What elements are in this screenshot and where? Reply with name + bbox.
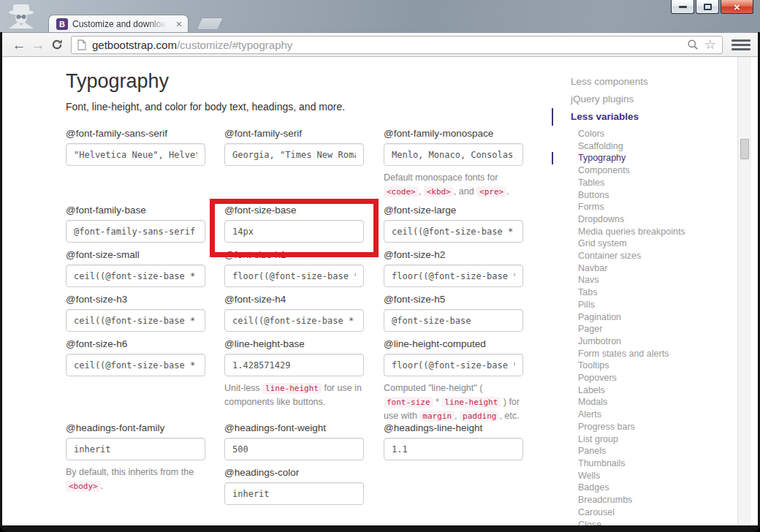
font-family-serif-input[interactable] xyxy=(224,143,364,166)
field-headings-line-height: @headings-line-height xyxy=(384,422,523,460)
sidenav-item-link[interactable]: Colors xyxy=(552,128,736,140)
headings-font-family-input[interactable] xyxy=(66,438,205,460)
back-button[interactable]: ← xyxy=(10,38,28,52)
sidenav-item-link[interactable]: Thumbnails xyxy=(552,457,736,470)
headings-color-input[interactable] xyxy=(224,482,364,505)
field-font-family-base: @font-family-base xyxy=(66,205,205,243)
line-height-computed-input[interactable] xyxy=(384,354,523,376)
browser-window: B Customize and downloa × × ← → xyxy=(0,0,760,532)
close-window-button[interactable]: × xyxy=(721,0,753,14)
sidenav-item-link[interactable]: Pager xyxy=(552,323,736,335)
field-headings-color: @headings-color xyxy=(224,467,364,505)
maximize-button[interactable] xyxy=(696,0,719,14)
field-label: @font-size-h6 xyxy=(66,338,205,349)
sidenav-item-link[interactable]: Scaffolding xyxy=(552,140,736,153)
help-text: Default monospace fonts for <code>, <kbd… xyxy=(384,171,523,199)
font-size-small-input[interactable] xyxy=(66,265,205,287)
titlebar[interactable]: B Customize and downloa × × xyxy=(0,0,760,32)
browser-tab[interactable]: B Customize and downloa × xyxy=(48,15,189,32)
sidenav-item-link[interactable]: Badges xyxy=(552,482,736,494)
field-label: @headings-font-weight xyxy=(224,422,364,433)
sidenav-item-link[interactable]: Panels xyxy=(552,445,736,457)
sidenav: Less components jQuery plugins Less vari… xyxy=(552,73,736,525)
address-bar[interactable]: getbootstrap.com/customize/#typography ☆ xyxy=(71,36,723,54)
sidenav-item-link[interactable]: Buttons xyxy=(552,189,736,202)
field-font-size-base: @font-size-base xyxy=(224,205,364,243)
field-font-size-h5: @font-size-h5 xyxy=(384,294,523,332)
url-path: /customize/#typography xyxy=(177,39,292,51)
font-size-h5-input[interactable] xyxy=(384,309,523,332)
sidenav-item-link[interactable]: Tabs xyxy=(552,286,736,299)
sidenav-item-link[interactable]: Dropdowns xyxy=(552,213,736,226)
sidenav-section-link[interactable]: Less components xyxy=(552,73,736,91)
tab-close-icon[interactable]: × xyxy=(176,19,182,29)
sidenav-item-link[interactable]: Pagination xyxy=(552,311,736,324)
field-label: @font-size-h4 xyxy=(224,294,364,305)
help-text: By default, this inherits from the <body… xyxy=(66,466,205,493)
sidenav-item-link[interactable]: Pills xyxy=(552,299,736,311)
font-size-base-input[interactable] xyxy=(224,220,364,243)
minimize-button[interactable] xyxy=(671,0,694,14)
sidenav-section-link[interactable]: Less variables xyxy=(552,108,736,126)
font-size-h6-input[interactable] xyxy=(66,354,205,376)
field-label: @font-size-h3 xyxy=(66,294,205,305)
menu-icon[interactable] xyxy=(732,37,750,52)
sidenav-item-link[interactable]: Components xyxy=(552,164,736,177)
sidenav-item-link[interactable]: Tooltips xyxy=(552,360,736,372)
font-size-h2-input[interactable] xyxy=(384,265,523,287)
sidenav-item-link[interactable]: Jumbotron xyxy=(552,335,736,348)
sidenav-item-link[interactable]: Breadcrumbs xyxy=(552,494,736,506)
field-font-family-serif: @font-family-serif xyxy=(224,128,364,166)
headings-font-weight-input[interactable] xyxy=(224,438,364,460)
headings-line-height-input[interactable] xyxy=(384,438,523,460)
help-text: Unit-less line-height for use in compone… xyxy=(224,381,364,409)
font-family-monospace-input[interactable] xyxy=(384,143,523,166)
sidenav-item-link[interactable]: Form states and alerts xyxy=(552,348,736,360)
font-family-sans-serif-input[interactable] xyxy=(66,143,205,166)
bookmark-star-icon[interactable]: ☆ xyxy=(704,38,716,51)
field-font-size-large: @font-size-large xyxy=(384,205,523,243)
font-size-large-input[interactable] xyxy=(384,220,523,243)
page-lead: Font, line-height, and color for body te… xyxy=(66,101,345,113)
window-controls: × xyxy=(669,0,753,14)
field-label: @line-height-base xyxy=(224,338,364,349)
scrollbar-thumb[interactable] xyxy=(740,139,749,159)
sidenav-item-link[interactable]: Media queries breakpoints xyxy=(552,226,736,238)
field-label: @font-family-monospace xyxy=(384,128,523,139)
forward-button[interactable]: → xyxy=(28,38,48,52)
sidenav-item-link[interactable]: Alerts xyxy=(552,408,736,421)
search-icon[interactable] xyxy=(687,39,699,50)
sidenav-item-link[interactable]: Tables xyxy=(552,177,736,189)
sidenav-item-link[interactable]: Labels xyxy=(552,384,736,397)
line-height-base-input[interactable] xyxy=(224,354,364,376)
scrollbar[interactable] xyxy=(737,57,751,525)
font-size-h1-input[interactable] xyxy=(224,265,364,287)
field-line-height-computed: @line-height-computed Computed "line-hei… xyxy=(384,338,523,422)
sidenav-item-link[interactable]: Popovers xyxy=(552,372,736,384)
sidenav-item-link[interactable]: Close xyxy=(552,519,736,526)
sidenav-item-link[interactable]: List group xyxy=(552,433,736,446)
field-label: @font-size-small xyxy=(66,249,205,260)
sidenav-item-link[interactable]: Typography xyxy=(552,152,736,164)
field-headings-font-weight: @headings-font-weight xyxy=(224,422,364,460)
sidenav-item-link[interactable]: Grid system xyxy=(552,238,736,250)
sidenav-item-link[interactable]: Modals xyxy=(552,396,736,408)
sidenav-item-link[interactable]: Navbar xyxy=(552,262,736,275)
font-size-h3-input[interactable] xyxy=(66,309,205,332)
new-tab-button[interactable] xyxy=(196,18,224,30)
font-size-h4-input[interactable] xyxy=(224,309,364,332)
browser-toolbar: ← → getbootstrap.com/customize/#typograp… xyxy=(2,32,758,57)
page-title: Typography xyxy=(66,70,169,93)
bootstrap-favicon-icon: B xyxy=(56,18,68,30)
sidenav-item-link[interactable]: Navs xyxy=(552,274,736,286)
sidenav-item-link[interactable]: Wells xyxy=(552,470,736,482)
field-font-size-small: @font-size-small xyxy=(66,249,205,287)
field-headings-font-family: @headings-font-family By default, this i… xyxy=(66,422,205,493)
sidenav-item-link[interactable]: Carousel xyxy=(552,506,736,519)
sidenav-section-link[interactable]: jQuery plugins xyxy=(552,91,736,108)
sidenav-item-link[interactable]: Forms xyxy=(552,201,736,213)
sidenav-item-link[interactable]: Container sizes xyxy=(552,250,736,262)
reload-button[interactable] xyxy=(48,39,66,50)
font-family-base-input[interactable] xyxy=(66,220,205,243)
sidenav-item-link[interactable]: Progress bars xyxy=(552,421,736,433)
